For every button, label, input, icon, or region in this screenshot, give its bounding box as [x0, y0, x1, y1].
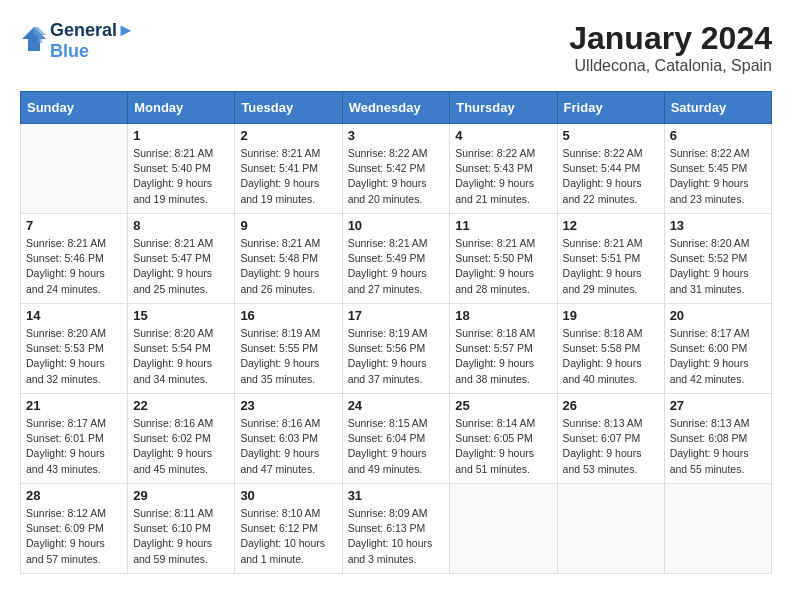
weekday-header-wednesday: Wednesday	[342, 92, 450, 124]
day-info: Sunrise: 8:22 AMSunset: 5:42 PMDaylight:…	[348, 146, 445, 207]
day-info: Sunrise: 8:17 AMSunset: 6:00 PMDaylight:…	[670, 326, 766, 387]
day-info: Sunrise: 8:22 AMSunset: 5:45 PMDaylight:…	[670, 146, 766, 207]
day-info: Sunrise: 8:20 AMSunset: 5:54 PMDaylight:…	[133, 326, 229, 387]
day-info: Sunrise: 8:13 AMSunset: 6:08 PMDaylight:…	[670, 416, 766, 477]
day-number: 28	[26, 488, 122, 503]
weekday-header-saturday: Saturday	[664, 92, 771, 124]
day-info: Sunrise: 8:22 AMSunset: 5:44 PMDaylight:…	[563, 146, 659, 207]
day-info: Sunrise: 8:13 AMSunset: 6:07 PMDaylight:…	[563, 416, 659, 477]
day-number: 17	[348, 308, 445, 323]
calendar-cell	[664, 484, 771, 574]
calendar-cell: 16Sunrise: 8:19 AMSunset: 5:55 PMDayligh…	[235, 304, 342, 394]
day-number: 21	[26, 398, 122, 413]
logo-icon	[20, 25, 48, 53]
day-number: 16	[240, 308, 336, 323]
logo-text: General► Blue	[50, 20, 135, 62]
day-info: Sunrise: 8:20 AMSunset: 5:53 PMDaylight:…	[26, 326, 122, 387]
day-number: 9	[240, 218, 336, 233]
calendar-cell: 31Sunrise: 8:09 AMSunset: 6:13 PMDayligh…	[342, 484, 450, 574]
day-number: 31	[348, 488, 445, 503]
day-info: Sunrise: 8:21 AMSunset: 5:49 PMDaylight:…	[348, 236, 445, 297]
calendar-cell: 1Sunrise: 8:21 AMSunset: 5:40 PMDaylight…	[128, 124, 235, 214]
calendar-cell: 21Sunrise: 8:17 AMSunset: 6:01 PMDayligh…	[21, 394, 128, 484]
calendar-cell: 17Sunrise: 8:19 AMSunset: 5:56 PMDayligh…	[342, 304, 450, 394]
calendar-cell: 25Sunrise: 8:14 AMSunset: 6:05 PMDayligh…	[450, 394, 557, 484]
calendar-week-5: 28Sunrise: 8:12 AMSunset: 6:09 PMDayligh…	[21, 484, 772, 574]
day-number: 10	[348, 218, 445, 233]
calendar-header-row: SundayMondayTuesdayWednesdayThursdayFrid…	[21, 92, 772, 124]
calendar-week-3: 14Sunrise: 8:20 AMSunset: 5:53 PMDayligh…	[21, 304, 772, 394]
day-info: Sunrise: 8:17 AMSunset: 6:01 PMDaylight:…	[26, 416, 122, 477]
day-number: 27	[670, 398, 766, 413]
day-number: 3	[348, 128, 445, 143]
calendar-cell: 5Sunrise: 8:22 AMSunset: 5:44 PMDaylight…	[557, 124, 664, 214]
month-title: January 2024	[569, 20, 772, 57]
day-number: 2	[240, 128, 336, 143]
day-number: 5	[563, 128, 659, 143]
calendar-week-4: 21Sunrise: 8:17 AMSunset: 6:01 PMDayligh…	[21, 394, 772, 484]
day-info: Sunrise: 8:21 AMSunset: 5:40 PMDaylight:…	[133, 146, 229, 207]
calendar-cell: 18Sunrise: 8:18 AMSunset: 5:57 PMDayligh…	[450, 304, 557, 394]
day-number: 12	[563, 218, 659, 233]
day-number: 13	[670, 218, 766, 233]
calendar-week-1: 1Sunrise: 8:21 AMSunset: 5:40 PMDaylight…	[21, 124, 772, 214]
day-info: Sunrise: 8:15 AMSunset: 6:04 PMDaylight:…	[348, 416, 445, 477]
calendar-cell: 8Sunrise: 8:21 AMSunset: 5:47 PMDaylight…	[128, 214, 235, 304]
day-info: Sunrise: 8:21 AMSunset: 5:48 PMDaylight:…	[240, 236, 336, 297]
day-info: Sunrise: 8:21 AMSunset: 5:50 PMDaylight:…	[455, 236, 551, 297]
calendar-cell: 13Sunrise: 8:20 AMSunset: 5:52 PMDayligh…	[664, 214, 771, 304]
day-number: 6	[670, 128, 766, 143]
calendar-cell: 22Sunrise: 8:16 AMSunset: 6:02 PMDayligh…	[128, 394, 235, 484]
day-info: Sunrise: 8:19 AMSunset: 5:55 PMDaylight:…	[240, 326, 336, 387]
day-number: 23	[240, 398, 336, 413]
calendar-cell: 19Sunrise: 8:18 AMSunset: 5:58 PMDayligh…	[557, 304, 664, 394]
day-info: Sunrise: 8:11 AMSunset: 6:10 PMDaylight:…	[133, 506, 229, 567]
calendar-table: SundayMondayTuesdayWednesdayThursdayFrid…	[20, 91, 772, 574]
title-section: January 2024 Ulldecona, Catalonia, Spain	[569, 20, 772, 75]
day-info: Sunrise: 8:20 AMSunset: 5:52 PMDaylight:…	[670, 236, 766, 297]
day-number: 19	[563, 308, 659, 323]
day-number: 1	[133, 128, 229, 143]
calendar-cell: 3Sunrise: 8:22 AMSunset: 5:42 PMDaylight…	[342, 124, 450, 214]
day-info: Sunrise: 8:12 AMSunset: 6:09 PMDaylight:…	[26, 506, 122, 567]
day-info: Sunrise: 8:09 AMSunset: 6:13 PMDaylight:…	[348, 506, 445, 567]
day-info: Sunrise: 8:21 AMSunset: 5:41 PMDaylight:…	[240, 146, 336, 207]
day-number: 25	[455, 398, 551, 413]
calendar-cell: 14Sunrise: 8:20 AMSunset: 5:53 PMDayligh…	[21, 304, 128, 394]
day-number: 20	[670, 308, 766, 323]
day-number: 30	[240, 488, 336, 503]
day-number: 22	[133, 398, 229, 413]
calendar-cell: 20Sunrise: 8:17 AMSunset: 6:00 PMDayligh…	[664, 304, 771, 394]
calendar-cell: 9Sunrise: 8:21 AMSunset: 5:48 PMDaylight…	[235, 214, 342, 304]
day-info: Sunrise: 8:21 AMSunset: 5:51 PMDaylight:…	[563, 236, 659, 297]
day-info: Sunrise: 8:19 AMSunset: 5:56 PMDaylight:…	[348, 326, 445, 387]
day-number: 7	[26, 218, 122, 233]
day-number: 24	[348, 398, 445, 413]
calendar-cell: 23Sunrise: 8:16 AMSunset: 6:03 PMDayligh…	[235, 394, 342, 484]
day-info: Sunrise: 8:10 AMSunset: 6:12 PMDaylight:…	[240, 506, 336, 567]
calendar-cell	[557, 484, 664, 574]
day-info: Sunrise: 8:22 AMSunset: 5:43 PMDaylight:…	[455, 146, 551, 207]
day-info: Sunrise: 8:18 AMSunset: 5:57 PMDaylight:…	[455, 326, 551, 387]
day-number: 14	[26, 308, 122, 323]
calendar-week-2: 7Sunrise: 8:21 AMSunset: 5:46 PMDaylight…	[21, 214, 772, 304]
day-number: 18	[455, 308, 551, 323]
calendar-cell: 11Sunrise: 8:21 AMSunset: 5:50 PMDayligh…	[450, 214, 557, 304]
location: Ulldecona, Catalonia, Spain	[569, 57, 772, 75]
calendar-cell	[450, 484, 557, 574]
calendar-cell: 27Sunrise: 8:13 AMSunset: 6:08 PMDayligh…	[664, 394, 771, 484]
weekday-header-thursday: Thursday	[450, 92, 557, 124]
weekday-header-monday: Monday	[128, 92, 235, 124]
calendar-cell: 7Sunrise: 8:21 AMSunset: 5:46 PMDaylight…	[21, 214, 128, 304]
calendar-cell: 6Sunrise: 8:22 AMSunset: 5:45 PMDaylight…	[664, 124, 771, 214]
calendar-cell: 12Sunrise: 8:21 AMSunset: 5:51 PMDayligh…	[557, 214, 664, 304]
day-number: 26	[563, 398, 659, 413]
calendar-cell: 29Sunrise: 8:11 AMSunset: 6:10 PMDayligh…	[128, 484, 235, 574]
day-number: 15	[133, 308, 229, 323]
page-header: General► Blue January 2024 Ulldecona, Ca…	[20, 20, 772, 75]
weekday-header-sunday: Sunday	[21, 92, 128, 124]
day-number: 4	[455, 128, 551, 143]
calendar-cell: 24Sunrise: 8:15 AMSunset: 6:04 PMDayligh…	[342, 394, 450, 484]
day-number: 8	[133, 218, 229, 233]
calendar-cell	[21, 124, 128, 214]
